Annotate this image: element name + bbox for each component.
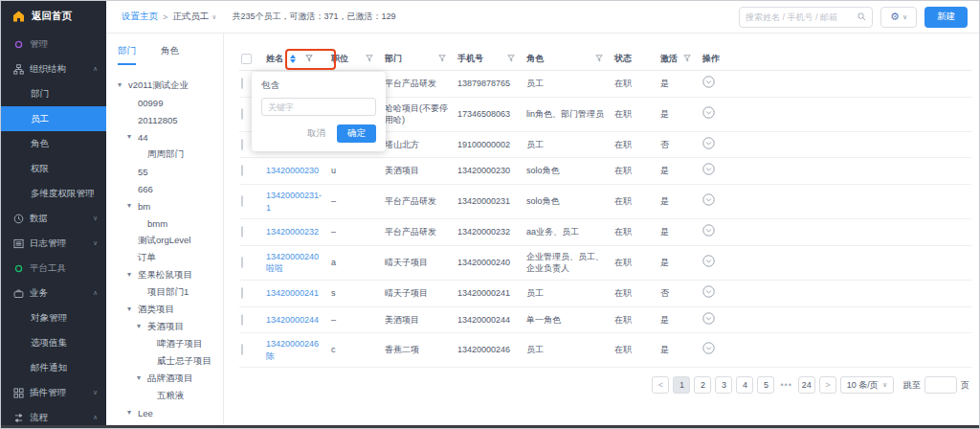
- tab-departments[interactable]: 部门: [118, 45, 136, 65]
- page-button[interactable]: 4: [736, 376, 753, 394]
- sidebar-home[interactable]: 返回首页: [1, 1, 106, 32]
- row-checkbox[interactable]: [241, 257, 243, 268]
- tree-node[interactable]: ▾44: [118, 128, 223, 146]
- breadcrumb-link[interactable]: 设置主页: [122, 11, 158, 23]
- row-actions-button[interactable]: [702, 285, 715, 298]
- row-checkbox[interactable]: [241, 165, 243, 176]
- sidebar-item-permissions[interactable]: 权限: [1, 156, 106, 181]
- tree-node[interactable]: ▾坚果松鼠项目: [118, 266, 223, 283]
- employee-name[interactable]: 13420000231-1: [266, 185, 331, 218]
- tree-node[interactable]: 20112805: [118, 111, 223, 128]
- tree-node[interactable]: 五粮液: [118, 387, 223, 404]
- page-button[interactable]: 2: [694, 376, 711, 394]
- row-checkbox[interactable]: [241, 195, 243, 207]
- prev-page-button[interactable]: <: [652, 376, 669, 394]
- window-bottom-edge: [1, 425, 979, 428]
- sidebar-item-mail-notification[interactable]: 邮件通知: [1, 355, 106, 380]
- settings-button[interactable]: ⚙ ∨: [880, 7, 917, 28]
- row-actions-button[interactable]: [702, 342, 715, 354]
- filter-confirm-button[interactable]: 确定: [337, 124, 376, 143]
- search-input[interactable]: [746, 12, 858, 22]
- ellipsis-icon[interactable]: •••: [780, 380, 791, 390]
- select-all-checkbox[interactable]: [241, 54, 252, 64]
- tree-node[interactable]: 666: [118, 180, 223, 197]
- breadcrumb-current[interactable]: 正式员工: [172, 11, 209, 23]
- sidebar-item-multi-dim-permissions[interactable]: 多维度权限管理: [1, 181, 106, 206]
- page-button[interactable]: 3: [715, 376, 732, 394]
- tree-node[interactable]: 项目部门1: [118, 283, 223, 301]
- row-actions-button[interactable]: [702, 224, 715, 237]
- row-checkbox[interactable]: [241, 108, 243, 120]
- tree-node[interactable]: 威士忌子项目: [118, 352, 223, 370]
- filter-icon[interactable]: [595, 55, 603, 62]
- sort-icon[interactable]: [290, 55, 296, 63]
- row-actions-button[interactable]: [702, 163, 715, 175]
- page-button[interactable]: 1: [673, 376, 690, 394]
- filter-cancel-button[interactable]: 取消: [307, 127, 325, 140]
- jump-page-input[interactable]: [924, 376, 957, 394]
- tree-node[interactable]: ▾v2011测试企业: [118, 77, 223, 94]
- sidebar-item-logs[interactable]: 日志管理 ∨: [1, 231, 106, 256]
- next-page-button[interactable]: >: [819, 376, 836, 394]
- row-actions-button[interactable]: [702, 76, 715, 88]
- sidebar-item-label: 部门: [31, 88, 49, 101]
- tree-node[interactable]: ▾bm: [118, 197, 223, 214]
- new-button[interactable]: 新建: [924, 7, 968, 28]
- row-checkbox[interactable]: [241, 226, 243, 237]
- page-button[interactable]: 5: [757, 376, 774, 394]
- sidebar-item-platform-tools[interactable]: 平台工具: [1, 256, 106, 281]
- row-actions-button[interactable]: [702, 312, 715, 325]
- filter-icon[interactable]: [507, 55, 515, 62]
- table-row: 13420000232 – 平台产品研发 13420000232 aa业务、员工…: [239, 219, 971, 246]
- tree-node[interactable]: 55: [118, 163, 223, 180]
- tree-node[interactable]: 订单: [118, 249, 223, 266]
- sidebar-item-plugins[interactable]: 插件管理 ∨: [1, 380, 106, 405]
- employee-name[interactable]: 13420000246陈: [266, 333, 331, 367]
- filter-icon[interactable]: [366, 55, 373, 62]
- filter-icon[interactable]: [683, 55, 691, 62]
- employee-name[interactable]: 13420000230: [266, 160, 331, 182]
- tree-node[interactable]: bmm: [118, 214, 223, 232]
- sidebar-item-option-sets[interactable]: 选项值集: [1, 330, 106, 355]
- filter-keyword-input[interactable]: [261, 98, 376, 116]
- tree-node[interactable]: 测试orgLevel: [118, 232, 223, 249]
- sidebar-item-object-management[interactable]: 对象管理: [1, 305, 106, 330]
- search-icon: [858, 12, 866, 21]
- tree-node[interactable]: 周周部门: [118, 146, 223, 163]
- tree-node[interactable]: ▾美酒项目: [118, 318, 223, 335]
- caret-down-icon: ▾: [118, 81, 125, 89]
- sidebar-item-org-structure[interactable]: 组织结构 ∧: [1, 56, 106, 81]
- caret-down-icon: ▾: [137, 323, 145, 330]
- page-size-select[interactable]: 10 条/页 ∨: [840, 376, 894, 394]
- sidebar-item-departments[interactable]: 部门: [1, 81, 106, 106]
- employee-name[interactable]: 13420000244: [266, 309, 331, 331]
- tree-node[interactable]: 啤酒子项目: [118, 335, 223, 352]
- chevron-down-icon[interactable]: ∨: [212, 13, 216, 21]
- row-actions-button[interactable]: [702, 255, 715, 267]
- sidebar-item-label: 员工: [31, 113, 49, 125]
- tab-roles[interactable]: 角色: [161, 45, 179, 65]
- tree-node[interactable]: 00999: [118, 94, 223, 111]
- row-checkbox[interactable]: [241, 287, 243, 299]
- sidebar-item-roles[interactable]: 角色: [1, 131, 106, 156]
- employee-name[interactable]: 13420000232: [266, 221, 331, 243]
- page-button[interactable]: 24: [798, 376, 815, 394]
- sidebar-item-data[interactable]: 数据 ∨: [1, 206, 106, 231]
- row-actions-button[interactable]: [702, 193, 715, 206]
- filter-icon[interactable]: [438, 55, 446, 62]
- row-checkbox[interactable]: [241, 314, 243, 326]
- sidebar-item-employees[interactable]: 员工: [1, 106, 106, 131]
- employee-name[interactable]: 13420000241: [266, 282, 331, 305]
- row-checkbox[interactable]: [241, 139, 243, 150]
- sidebar-item-business[interactable]: 业务 ∧: [1, 281, 106, 305]
- tree-node[interactable]: ▾酒类项目: [118, 301, 223, 318]
- row-actions-button[interactable]: [702, 137, 715, 149]
- row-actions-button[interactable]: [702, 106, 715, 119]
- employee-name[interactable]: 13420000240啦啦: [266, 246, 331, 280]
- sidebar-item-manage[interactable]: 管理: [1, 32, 106, 56]
- tree-node[interactable]: ▾Lee: [118, 404, 223, 421]
- filter-icon[interactable]: [305, 55, 313, 62]
- row-checkbox[interactable]: [241, 344, 243, 355]
- row-checkbox[interactable]: [241, 78, 243, 89]
- tree-node[interactable]: ▾品牌酒项目: [118, 370, 223, 387]
